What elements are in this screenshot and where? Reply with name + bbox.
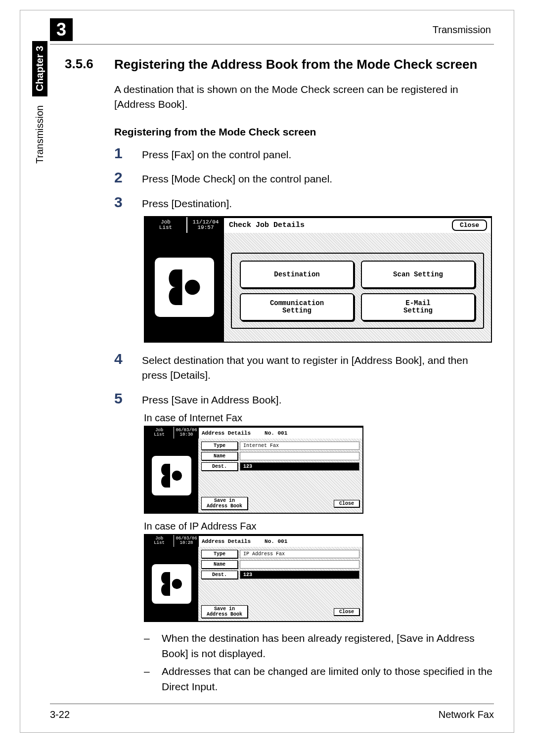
address-details-ifax-screenshot: Job List 06/03/06 10:30 Address Details … — [144, 426, 363, 514]
screen-title: Check Job Details — [229, 221, 305, 229]
value-name — [240, 560, 359, 569]
page-footer: 3-22 Network Fax — [50, 704, 494, 720]
options-panel: Destination Scan Setting CommunicationSe… — [231, 253, 484, 329]
value-type: Internet Fax — [240, 442, 359, 450]
label-dest[interactable]: Dest. — [201, 571, 238, 579]
step-text: Press [Save in Address Book]. — [142, 393, 281, 407]
svg-rect-1 — [185, 285, 192, 289]
note-1: – When the destination has been already … — [144, 631, 494, 661]
email-setting-button[interactable]: E-MailSetting — [361, 293, 475, 321]
job-list-line2: List — [159, 225, 172, 230]
btn-line2: Setting — [403, 307, 433, 314]
content-area: 3.5.6 Registering the Address Book from … — [65, 56, 494, 694]
note-text: Addresses that can be changed are limite… — [162, 664, 494, 694]
datetime-display: 11/12/04 19:57 — [186, 217, 224, 233]
intro-paragraph: A destination that is shown on the Mode … — [114, 82, 494, 112]
row-name: Name — [201, 452, 359, 460]
row-dest: Dest. 123 — [201, 462, 359, 471]
btn-line1: E-Mail — [405, 299, 430, 307]
device-icon — [152, 456, 191, 495]
screen-title-bar: Address Details No. 001 — [199, 535, 362, 547]
label-dest[interactable]: Dest. — [201, 462, 238, 471]
address-details-ipfax-screenshot: Job List 06/03/06 10:28 Address Details … — [144, 534, 363, 622]
step-number: 4 — [114, 351, 129, 367]
value-type: IP Address Fax — [240, 550, 359, 558]
step-text: Press [Destination]. — [142, 196, 232, 211]
step-4: 4 Select destination that you want to re… — [114, 351, 494, 383]
note-text: When the destination has been already re… — [162, 631, 494, 661]
side-tab: Transmission Chapter 3 — [32, 41, 47, 164]
device-icon — [152, 564, 191, 604]
step-1: 1 Press [Fax] on the control panel. — [114, 145, 494, 162]
notes-list: – When the destination has been already … — [144, 631, 494, 694]
logo-area — [145, 439, 198, 513]
section-title: Registering the Address Book from the Mo… — [114, 56, 477, 73]
save-in-address-book-button[interactable]: Save inAddress Book — [201, 605, 248, 618]
step-text: Press [Fax] on the control panel. — [142, 147, 291, 162]
label-name: Name — [201, 560, 238, 569]
scan-setting-button[interactable]: Scan Setting — [361, 261, 475, 288]
close-button[interactable]: Close — [334, 608, 359, 616]
job-list-button[interactable]: Job List — [145, 535, 174, 547]
step-number: 2 — [114, 169, 129, 186]
logo-area — [145, 233, 224, 342]
step-number: 1 — [114, 145, 129, 162]
top-bar: 3 Transmission — [50, 15, 494, 44]
step-number: 5 — [114, 390, 129, 407]
note-2: – Addresses that can be changed are limi… — [144, 664, 494, 694]
subheading: Registering from the Mode Check screen — [114, 126, 494, 138]
save-in-address-book-button[interactable]: Save inAddress Book — [201, 497, 248, 510]
job-list-button[interactable]: Job List — [145, 217, 186, 233]
value-name — [240, 452, 359, 460]
section-heading: 3.5.6 Registering the Address Book from … — [65, 56, 494, 73]
job-list-button[interactable]: Job List — [145, 427, 174, 439]
caption-internet-fax: In case of Internet Fax — [144, 412, 494, 424]
time-text: 19:57 — [197, 225, 214, 230]
row-type: Type Internet Fax — [201, 442, 359, 450]
screen-title: Address Details — [202, 430, 251, 436]
logo-area — [145, 547, 198, 621]
row-dest: Dest. 123 — [201, 571, 359, 579]
step-text: Select destination that you want to regi… — [142, 353, 494, 383]
page-number: 3-22 — [50, 709, 70, 720]
step-number: 3 — [114, 194, 129, 211]
svg-rect-5 — [172, 582, 176, 585]
datetime-display: 06/03/06 10:28 — [174, 535, 199, 547]
screen-title-bar: Address Details No. 001 — [199, 427, 362, 439]
chapter-number-tab: 3 — [50, 18, 73, 41]
step-2: 2 Press [Mode Check] on the control pane… — [114, 169, 494, 186]
header-right-label: Transmission — [433, 24, 494, 36]
btn-line2: Setting — [282, 307, 312, 314]
bullet-dash: – — [144, 631, 153, 661]
close-button[interactable]: Close — [334, 500, 359, 507]
side-tab-chapter: Chapter 3 — [32, 41, 47, 96]
bullet-dash: – — [144, 664, 153, 694]
close-button[interactable]: Close — [452, 220, 487, 231]
caption-ip-address-fax: In case of IP Address Fax — [144, 521, 494, 532]
destination-button[interactable]: Destination — [240, 261, 354, 288]
label-type: Type — [201, 550, 238, 558]
datetime-display: 06/03/06 10:30 — [174, 427, 199, 439]
step-3: 3 Press [Destination]. — [114, 194, 494, 211]
entry-number: No. 001 — [265, 538, 287, 544]
side-tab-transmission: Transmission — [34, 105, 45, 164]
label-name: Name — [201, 452, 238, 460]
label-type: Type — [201, 442, 238, 450]
row-name: Name — [201, 560, 359, 569]
entry-number: No. 001 — [265, 430, 287, 436]
mode-check-screenshot: Job List 11/12/04 19:57 Check Job Detail… — [144, 216, 492, 343]
device-icon — [155, 258, 214, 317]
section-number: 3.5.6 — [65, 56, 105, 73]
footer-title: Network Fax — [439, 709, 494, 720]
step-text: Press [Mode Check] on the control panel. — [142, 172, 332, 186]
row-type: Type IP Address Fax — [201, 550, 359, 558]
svg-rect-3 — [172, 474, 176, 477]
btn-line1: Communication — [270, 299, 324, 307]
value-dest: 123 — [240, 571, 359, 579]
value-dest: 123 — [240, 462, 359, 471]
screen-title-bar: Check Job Details Close — [224, 217, 491, 233]
communication-setting-button[interactable]: CommunicationSetting — [240, 293, 354, 321]
page-frame: 3 Transmission Transmission Chapter 3 3.… — [20, 10, 514, 733]
screen-title: Address Details — [202, 538, 251, 544]
step-5: 5 Press [Save in Address Book]. — [114, 390, 494, 407]
